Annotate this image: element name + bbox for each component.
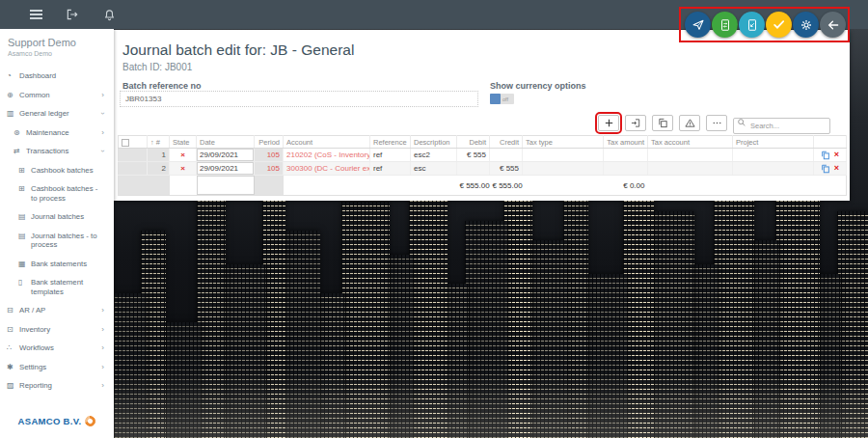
col-project-header: Project <box>733 136 814 149</box>
sidebar-item-journal-batches[interactable]: ▤Journal batches <box>0 207 114 227</box>
cell-reference[interactable]: ref <box>370 149 411 162</box>
sidebar-item-label: Maintenance <box>26 128 69 138</box>
ar-ap-icon: ⊟ <box>7 306 16 315</box>
bank-statements-icon: ▦ <box>18 260 28 268</box>
copy-button[interactable] <box>652 115 673 131</box>
cell-tax-type[interactable] <box>523 149 604 162</box>
sidebar-header: Support Demo Asamco Demo <box>0 29 114 63</box>
cell-credit[interactable] <box>490 149 523 162</box>
cell-description[interactable]: esc <box>411 162 457 176</box>
sidebar-item-label: Inventory <box>19 325 50 335</box>
cell-reference[interactable]: ref <box>370 162 411 176</box>
totals-empty-cell <box>170 176 197 196</box>
sidebar-item-bank-statements[interactable]: ▦Bank statements <box>0 255 114 274</box>
cell-debit[interactable]: € 555 <box>457 149 490 162</box>
back-button[interactable] <box>820 12 846 38</box>
cell-debit[interactable] <box>457 162 490 176</box>
company-logo-text: ASAMCO B.V. <box>18 416 82 426</box>
sidebar-item-general-ledger[interactable]: ▥General ledger› <box>0 104 114 123</box>
sidebar-item-common[interactable]: ⊕Common› <box>0 86 114 105</box>
sidebar-item-dashboard[interactable]: ◔Dashboard <box>0 67 114 86</box>
row-select-cell[interactable] <box>119 162 148 176</box>
row-number: 1 <box>148 149 170 162</box>
cell-tax-account[interactable] <box>648 162 733 176</box>
sidebar-item-inventory[interactable]: ⊡Inventory› <box>0 320 114 340</box>
warnings-button[interactable] <box>679 115 700 131</box>
sidebar-item-transactions[interactable]: ⇄Transactions› <box>0 142 114 161</box>
sidebar-item-label: Bank statement templates <box>31 278 104 296</box>
totals-empty-cell <box>197 176 255 196</box>
cell-date[interactable]: 29/09/2021 <box>197 162 255 176</box>
sidebar-item-workflows[interactable]: ∴Workflows› <box>0 339 114 358</box>
cell-description[interactable]: esc2 <box>411 149 457 162</box>
totals-empty-cell <box>284 176 370 196</box>
add-row-button[interactable] <box>598 115 619 131</box>
import-button[interactable] <box>625 115 646 131</box>
delete-row-icon[interactable]: × <box>834 163 839 173</box>
col-sel-header[interactable] <box>119 136 148 149</box>
settings-button[interactable] <box>793 12 819 38</box>
col-credit-header: Credit <box>490 136 523 149</box>
sidebar-item-label: Common <box>19 91 50 100</box>
cell-project[interactable] <box>733 149 814 162</box>
sidebar-item-ar-ap[interactable]: ⊟AR / AP› <box>0 301 114 320</box>
send-button[interactable] <box>685 12 711 38</box>
search-input[interactable] <box>733 118 830 134</box>
batch-reference-input[interactable] <box>120 91 478 107</box>
logout-icon[interactable] <box>66 8 79 21</box>
sidebar-item-settings[interactable]: ✱Settings› <box>0 358 114 377</box>
cashbook-batches-icon: ⊞ <box>18 166 28 175</box>
cell-period[interactable]: 105 <box>255 162 284 176</box>
back-arrow-icon <box>827 18 840 32</box>
sidebar-item-label: Workflows <box>19 343 54 353</box>
table-header-row: ↑ #StateDatePeriodAccountReferenceDescri… <box>119 136 847 149</box>
maintenance-icon: ⊛ <box>14 128 23 137</box>
confirm-button[interactable] <box>766 12 792 38</box>
cell-tax-account[interactable] <box>648 149 733 162</box>
cell-tax-amount[interactable] <box>604 149 648 162</box>
settings-icon: ✱ <box>7 363 16 371</box>
duplicate-row-icon[interactable] <box>821 164 830 174</box>
row-actions-cell: × <box>814 149 847 162</box>
col-period-header: Period <box>255 136 284 149</box>
cell-account[interactable]: 210202 (CoS - Inventory Adjustm... <box>284 149 370 162</box>
sidebar-item-label: Cashbook batches - to process <box>31 184 104 203</box>
row-state-error-icon[interactable]: × <box>170 149 197 162</box>
totals-empty-cell <box>733 176 814 196</box>
sidebar-item-journal-batches-to-process[interactable]: ▤Journal batches - to process <box>0 227 114 255</box>
chevron-right-icon: › <box>101 91 104 99</box>
sidebar-item-label: Journal batches <box>31 212 84 222</box>
notifications-icon[interactable] <box>102 8 116 21</box>
col-num-header: ↑ # <box>148 136 170 149</box>
total-debit: € 555.00 <box>457 176 490 196</box>
sidebar-item-bank-statement-templates[interactable]: ▯Bank statement templates <box>0 273 114 301</box>
totals-row: € 555.00€ 555.00€ 0.00 <box>119 176 847 196</box>
totals-empty-cell <box>411 176 457 196</box>
currency-options-toggle[interactable]: off <box>490 94 514 104</box>
more-button[interactable] <box>706 115 727 131</box>
sidebar-item-reporting[interactable]: ▨Reporting› <box>0 376 114 396</box>
cell-period[interactable]: 105 <box>255 149 284 162</box>
cell-credit[interactable]: € 555 <box>490 162 523 176</box>
row-actions-cell: × <box>814 162 847 176</box>
cell-date[interactable]: 29/09/2021 <box>197 149 255 162</box>
row-select-cell[interactable] <box>119 149 148 162</box>
document-button[interactable] <box>739 12 765 38</box>
sidebar-nav: ◔Dashboard⊕Common›▥General ledger›⊛Maint… <box>0 67 114 396</box>
general-ledger-icon: ▥ <box>7 109 16 118</box>
sidebar-item-cashbook-batches-to-process[interactable]: ⊞Cashbook batches - to process <box>0 179 114 207</box>
export-button[interactable] <box>712 12 738 38</box>
cell-account[interactable]: 300300 (DC - Courier expenses - €) <box>284 162 370 176</box>
cell-tax-type[interactable] <box>523 162 604 176</box>
duplicate-row-icon[interactable] <box>821 151 830 160</box>
cell-tax-amount[interactable] <box>604 162 648 176</box>
row-state-error-icon[interactable]: × <box>170 162 197 176</box>
col-date-header: Date <box>197 136 255 149</box>
select-all-checkbox[interactable] <box>122 139 129 147</box>
sidebar-item-maintenance[interactable]: ⊛Maintenance› <box>0 123 114 143</box>
sidebar-item-cashbook-batches[interactable]: ⊞Cashbook batches <box>0 161 114 180</box>
action-button-bar <box>685 12 846 38</box>
delete-row-icon[interactable]: × <box>834 150 839 159</box>
cell-project[interactable] <box>733 162 814 176</box>
menu-icon[interactable] <box>29 8 42 21</box>
